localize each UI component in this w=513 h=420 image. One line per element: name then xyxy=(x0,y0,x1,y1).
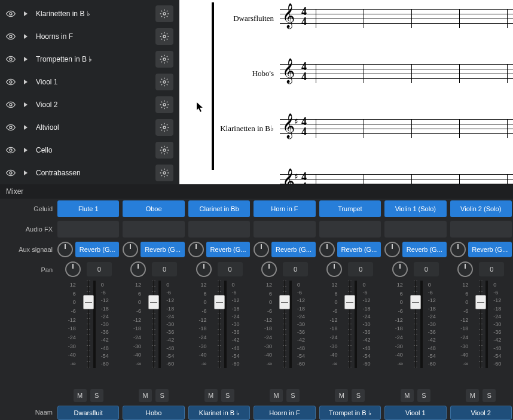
sound-select-button[interactable]: Flute 1 xyxy=(57,200,119,217)
aux-send-knob[interactable] xyxy=(319,242,335,257)
fader-handle[interactable] xyxy=(475,295,486,309)
channel-name-field[interactable]: Trompet in B ♭ xyxy=(319,406,381,420)
channel-name-field[interactable]: Klarinet in B ♭ xyxy=(188,406,250,420)
pan-knob[interactable] xyxy=(65,261,81,277)
visibility-icon[interactable] xyxy=(6,32,16,41)
mute-button[interactable]: M xyxy=(270,389,283,402)
aux-send-button[interactable]: Reverb (G... xyxy=(75,242,119,257)
visibility-icon[interactable] xyxy=(6,100,16,109)
staff-lines[interactable]: 𝄞♯44 xyxy=(280,119,513,138)
staff-row[interactable]: Hobo's𝄞44 xyxy=(215,61,513,86)
fader-handle[interactable] xyxy=(410,295,421,309)
expand-icon[interactable] xyxy=(23,170,29,176)
instrument-settings-button[interactable] xyxy=(155,142,173,159)
audio-fx-slot[interactable] xyxy=(57,221,119,238)
visibility-icon[interactable] xyxy=(6,123,16,132)
channel-name-field[interactable]: Hobo xyxy=(123,406,184,420)
sound-select-button[interactable]: Horn in F xyxy=(254,200,315,217)
pan-knob[interactable] xyxy=(457,261,473,277)
instrument-row[interactable]: Altviool xyxy=(6,116,173,139)
instrument-row[interactable]: Viool 2 xyxy=(6,93,173,116)
solo-button[interactable]: S xyxy=(483,389,496,402)
instrument-settings-button[interactable] xyxy=(155,5,173,22)
pan-value[interactable]: 0 xyxy=(283,262,308,276)
channel-name-field[interactable]: Viool 1 xyxy=(384,406,446,420)
instrument-settings-button[interactable] xyxy=(155,51,173,68)
instrument-settings-button[interactable] xyxy=(155,119,173,136)
visibility-icon[interactable] xyxy=(6,168,16,178)
expand-icon[interactable] xyxy=(23,124,29,130)
staff-lines[interactable]: 𝄞44 xyxy=(280,64,513,83)
audio-fx-slot[interactable] xyxy=(319,221,381,238)
score-view[interactable]: Dwarsfluiten𝄞44Hobo's𝄞44Klarinetten in B… xyxy=(179,0,513,184)
staff-row[interactable]: 𝄞♯44 xyxy=(215,171,513,184)
solo-button[interactable]: S xyxy=(352,389,365,402)
audio-fx-slot[interactable] xyxy=(384,221,446,238)
fader-handle[interactable] xyxy=(214,295,225,309)
pan-knob[interactable] xyxy=(261,261,277,277)
visibility-icon[interactable] xyxy=(6,9,16,19)
pan-knob[interactable] xyxy=(196,261,212,277)
aux-send-button[interactable]: Reverb (G... xyxy=(402,242,446,257)
aux-send-button[interactable]: Reverb (G... xyxy=(206,242,250,257)
fader-handle[interactable] xyxy=(279,295,290,309)
visibility-icon[interactable] xyxy=(6,77,16,87)
solo-button[interactable]: S xyxy=(286,389,300,402)
channel-name-field[interactable]: Hoorn in F xyxy=(254,406,315,420)
sound-select-button[interactable]: Trumpet xyxy=(319,200,381,217)
sound-select-button[interactable]: Violin 1 (Solo) xyxy=(384,200,446,217)
aux-send-knob[interactable] xyxy=(188,242,204,257)
staff-lines[interactable]: 𝄞44 xyxy=(280,9,513,28)
volume-fader[interactable] xyxy=(471,281,491,368)
mute-button[interactable]: M xyxy=(139,389,152,402)
fader-handle[interactable] xyxy=(148,295,159,309)
instrument-settings-button[interactable] xyxy=(155,74,173,90)
instrument-row[interactable]: Cello xyxy=(6,139,173,162)
volume-fader[interactable] xyxy=(209,281,230,368)
aux-send-button[interactable]: Reverb (G... xyxy=(337,242,381,257)
aux-send-button[interactable]: Reverb (G... xyxy=(271,242,315,257)
audio-fx-slot[interactable] xyxy=(188,221,250,238)
pan-value[interactable]: 0 xyxy=(87,262,112,276)
expand-icon[interactable] xyxy=(23,34,29,39)
expand-icon[interactable] xyxy=(23,56,29,62)
mute-button[interactable]: M xyxy=(335,389,348,402)
pan-value[interactable]: 0 xyxy=(414,262,439,276)
pan-knob[interactable] xyxy=(130,261,146,277)
instrument-row[interactable]: Viool 1 xyxy=(6,71,173,93)
solo-button[interactable]: S xyxy=(155,389,169,402)
volume-fader[interactable] xyxy=(405,281,426,368)
aux-send-knob[interactable] xyxy=(450,242,466,257)
aux-send-knob[interactable] xyxy=(123,242,138,257)
mute-button[interactable]: M xyxy=(74,389,87,402)
channel-name-field[interactable]: Dwarsfluit xyxy=(57,406,119,420)
visibility-icon[interactable] xyxy=(6,54,16,64)
audio-fx-slot[interactable] xyxy=(450,221,512,238)
aux-send-button[interactable]: Reverb (G... xyxy=(141,242,184,257)
solo-button[interactable]: S xyxy=(417,389,430,402)
staff-lines[interactable]: 𝄞♯44 xyxy=(280,174,513,184)
pan-knob[interactable] xyxy=(392,261,408,277)
instrument-settings-button[interactable] xyxy=(155,96,173,113)
solo-button[interactable]: S xyxy=(90,389,103,402)
expand-icon[interactable] xyxy=(23,11,29,17)
staff-row[interactable]: Klarinetten in B♭𝄞♯44 xyxy=(215,116,513,141)
mute-button[interactable]: M xyxy=(401,389,414,402)
volume-fader[interactable] xyxy=(143,281,164,368)
solo-button[interactable]: S xyxy=(221,389,234,402)
sound-select-button[interactable]: Clarinet in Bb xyxy=(188,200,250,217)
aux-send-button[interactable]: Reverb (G... xyxy=(468,242,512,257)
channel-name-field[interactable]: Viool 2 xyxy=(450,406,512,420)
instrument-row[interactable]: Klarinetten in B ♭ xyxy=(6,2,173,25)
mute-button[interactable]: M xyxy=(466,389,479,402)
instrument-settings-button[interactable] xyxy=(155,165,173,181)
aux-send-knob[interactable] xyxy=(254,242,269,257)
expand-icon[interactable] xyxy=(23,79,29,85)
instrument-row[interactable]: Trompetten in B ♭ xyxy=(6,48,173,71)
volume-fader[interactable] xyxy=(340,281,360,368)
instrument-row[interactable]: Contrabassen xyxy=(6,162,173,184)
audio-fx-slot[interactable] xyxy=(123,221,184,238)
pan-value[interactable]: 0 xyxy=(348,262,373,276)
volume-fader[interactable] xyxy=(78,281,99,368)
sound-select-button[interactable]: Violin 2 (Solo) xyxy=(450,200,512,217)
